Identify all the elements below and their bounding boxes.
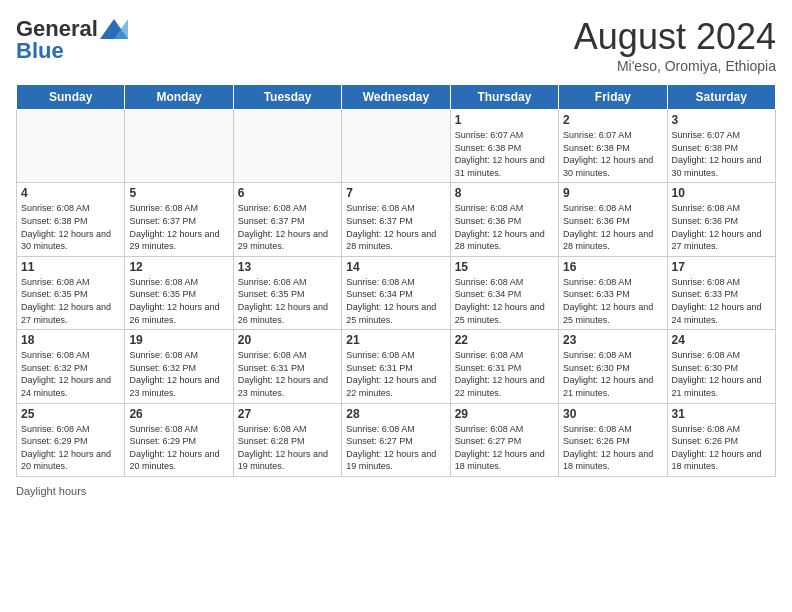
calendar-week-row: 18Sunrise: 6:08 AM Sunset: 6:32 PM Dayli… xyxy=(17,330,776,403)
calendar-cell: 25Sunrise: 6:08 AM Sunset: 6:29 PM Dayli… xyxy=(17,403,125,476)
day-number: 5 xyxy=(129,186,228,200)
calendar-header-row: SundayMondayTuesdayWednesdayThursdayFrid… xyxy=(17,85,776,110)
day-info: Sunrise: 6:07 AM Sunset: 6:38 PM Dayligh… xyxy=(672,129,771,179)
day-info: Sunrise: 6:08 AM Sunset: 6:26 PM Dayligh… xyxy=(672,423,771,473)
day-info: Sunrise: 6:08 AM Sunset: 6:36 PM Dayligh… xyxy=(563,202,662,252)
calendar-cell xyxy=(17,110,125,183)
day-number: 20 xyxy=(238,333,337,347)
calendar-cell: 16Sunrise: 6:08 AM Sunset: 6:33 PM Dayli… xyxy=(559,256,667,329)
day-info: Sunrise: 6:08 AM Sunset: 6:31 PM Dayligh… xyxy=(238,349,337,399)
calendar-cell: 9Sunrise: 6:08 AM Sunset: 6:36 PM Daylig… xyxy=(559,183,667,256)
day-number: 31 xyxy=(672,407,771,421)
calendar-cell: 31Sunrise: 6:08 AM Sunset: 6:26 PM Dayli… xyxy=(667,403,775,476)
day-number: 30 xyxy=(563,407,662,421)
day-number: 17 xyxy=(672,260,771,274)
day-info: Sunrise: 6:08 AM Sunset: 6:33 PM Dayligh… xyxy=(672,276,771,326)
calendar-cell: 23Sunrise: 6:08 AM Sunset: 6:30 PM Dayli… xyxy=(559,330,667,403)
calendar-cell: 2Sunrise: 6:07 AM Sunset: 6:38 PM Daylig… xyxy=(559,110,667,183)
calendar-day-header: Saturday xyxy=(667,85,775,110)
day-number: 12 xyxy=(129,260,228,274)
calendar-cell: 14Sunrise: 6:08 AM Sunset: 6:34 PM Dayli… xyxy=(342,256,450,329)
calendar-cell: 8Sunrise: 6:08 AM Sunset: 6:36 PM Daylig… xyxy=(450,183,558,256)
calendar-day-header: Wednesday xyxy=(342,85,450,110)
day-number: 24 xyxy=(672,333,771,347)
day-number: 2 xyxy=(563,113,662,127)
day-number: 19 xyxy=(129,333,228,347)
calendar-cell: 3Sunrise: 6:07 AM Sunset: 6:38 PM Daylig… xyxy=(667,110,775,183)
day-number: 4 xyxy=(21,186,120,200)
calendar-day-header: Thursday xyxy=(450,85,558,110)
day-number: 21 xyxy=(346,333,445,347)
day-info: Sunrise: 6:08 AM Sunset: 6:37 PM Dayligh… xyxy=(129,202,228,252)
calendar-day-header: Tuesday xyxy=(233,85,341,110)
header: General Blue August 2024 Mi'eso, Oromiya… xyxy=(16,16,776,74)
calendar-cell: 27Sunrise: 6:08 AM Sunset: 6:28 PM Dayli… xyxy=(233,403,341,476)
day-info: Sunrise: 6:08 AM Sunset: 6:31 PM Dayligh… xyxy=(455,349,554,399)
calendar-cell: 13Sunrise: 6:08 AM Sunset: 6:35 PM Dayli… xyxy=(233,256,341,329)
calendar-cell: 6Sunrise: 6:08 AM Sunset: 6:37 PM Daylig… xyxy=(233,183,341,256)
calendar-cell xyxy=(342,110,450,183)
location-subtitle: Mi'eso, Oromiya, Ethiopia xyxy=(574,58,776,74)
day-number: 1 xyxy=(455,113,554,127)
calendar-cell: 10Sunrise: 6:08 AM Sunset: 6:36 PM Dayli… xyxy=(667,183,775,256)
day-info: Sunrise: 6:08 AM Sunset: 6:31 PM Dayligh… xyxy=(346,349,445,399)
day-number: 29 xyxy=(455,407,554,421)
calendar-cell: 19Sunrise: 6:08 AM Sunset: 6:32 PM Dayli… xyxy=(125,330,233,403)
day-number: 11 xyxy=(21,260,120,274)
day-info: Sunrise: 6:08 AM Sunset: 6:29 PM Dayligh… xyxy=(21,423,120,473)
calendar-day-header: Friday xyxy=(559,85,667,110)
day-info: Sunrise: 6:07 AM Sunset: 6:38 PM Dayligh… xyxy=(563,129,662,179)
calendar-cell: 24Sunrise: 6:08 AM Sunset: 6:30 PM Dayli… xyxy=(667,330,775,403)
calendar-cell: 18Sunrise: 6:08 AM Sunset: 6:32 PM Dayli… xyxy=(17,330,125,403)
day-info: Sunrise: 6:08 AM Sunset: 6:29 PM Dayligh… xyxy=(129,423,228,473)
calendar-cell: 15Sunrise: 6:08 AM Sunset: 6:34 PM Dayli… xyxy=(450,256,558,329)
day-number: 7 xyxy=(346,186,445,200)
title-block: August 2024 Mi'eso, Oromiya, Ethiopia xyxy=(574,16,776,74)
day-number: 22 xyxy=(455,333,554,347)
calendar-week-row: 1Sunrise: 6:07 AM Sunset: 6:38 PM Daylig… xyxy=(17,110,776,183)
day-info: Sunrise: 6:08 AM Sunset: 6:30 PM Dayligh… xyxy=(563,349,662,399)
calendar-cell: 21Sunrise: 6:08 AM Sunset: 6:31 PM Dayli… xyxy=(342,330,450,403)
calendar-cell: 4Sunrise: 6:08 AM Sunset: 6:38 PM Daylig… xyxy=(17,183,125,256)
calendar-cell: 30Sunrise: 6:08 AM Sunset: 6:26 PM Dayli… xyxy=(559,403,667,476)
day-info: Sunrise: 6:08 AM Sunset: 6:30 PM Dayligh… xyxy=(672,349,771,399)
logo: General Blue xyxy=(16,16,128,64)
day-number: 16 xyxy=(563,260,662,274)
day-info: Sunrise: 6:08 AM Sunset: 6:35 PM Dayligh… xyxy=(21,276,120,326)
calendar-cell: 20Sunrise: 6:08 AM Sunset: 6:31 PM Dayli… xyxy=(233,330,341,403)
day-info: Sunrise: 6:08 AM Sunset: 6:27 PM Dayligh… xyxy=(346,423,445,473)
calendar-cell: 7Sunrise: 6:08 AM Sunset: 6:37 PM Daylig… xyxy=(342,183,450,256)
day-number: 14 xyxy=(346,260,445,274)
calendar-cell xyxy=(125,110,233,183)
calendar-table: SundayMondayTuesdayWednesdayThursdayFrid… xyxy=(16,84,776,477)
calendar-day-header: Sunday xyxy=(17,85,125,110)
logo-blue: Blue xyxy=(16,38,64,64)
day-number: 15 xyxy=(455,260,554,274)
day-number: 10 xyxy=(672,186,771,200)
day-number: 26 xyxy=(129,407,228,421)
calendar-week-row: 4Sunrise: 6:08 AM Sunset: 6:38 PM Daylig… xyxy=(17,183,776,256)
calendar-week-row: 11Sunrise: 6:08 AM Sunset: 6:35 PM Dayli… xyxy=(17,256,776,329)
day-number: 18 xyxy=(21,333,120,347)
day-info: Sunrise: 6:08 AM Sunset: 6:34 PM Dayligh… xyxy=(346,276,445,326)
day-number: 27 xyxy=(238,407,337,421)
day-info: Sunrise: 6:08 AM Sunset: 6:35 PM Dayligh… xyxy=(129,276,228,326)
footer: Daylight hours xyxy=(16,485,776,497)
day-info: Sunrise: 6:08 AM Sunset: 6:35 PM Dayligh… xyxy=(238,276,337,326)
day-number: 6 xyxy=(238,186,337,200)
calendar-cell: 26Sunrise: 6:08 AM Sunset: 6:29 PM Dayli… xyxy=(125,403,233,476)
day-info: Sunrise: 6:08 AM Sunset: 6:32 PM Dayligh… xyxy=(129,349,228,399)
calendar-cell: 29Sunrise: 6:08 AM Sunset: 6:27 PM Dayli… xyxy=(450,403,558,476)
calendar-cell: 22Sunrise: 6:08 AM Sunset: 6:31 PM Dayli… xyxy=(450,330,558,403)
calendar-cell: 17Sunrise: 6:08 AM Sunset: 6:33 PM Dayli… xyxy=(667,256,775,329)
day-info: Sunrise: 6:08 AM Sunset: 6:32 PM Dayligh… xyxy=(21,349,120,399)
day-info: Sunrise: 6:07 AM Sunset: 6:38 PM Dayligh… xyxy=(455,129,554,179)
calendar-cell: 28Sunrise: 6:08 AM Sunset: 6:27 PM Dayli… xyxy=(342,403,450,476)
day-number: 9 xyxy=(563,186,662,200)
calendar-cell: 5Sunrise: 6:08 AM Sunset: 6:37 PM Daylig… xyxy=(125,183,233,256)
month-year-title: August 2024 xyxy=(574,16,776,58)
day-info: Sunrise: 6:08 AM Sunset: 6:33 PM Dayligh… xyxy=(563,276,662,326)
day-number: 8 xyxy=(455,186,554,200)
day-info: Sunrise: 6:08 AM Sunset: 6:26 PM Dayligh… xyxy=(563,423,662,473)
day-info: Sunrise: 6:08 AM Sunset: 6:27 PM Dayligh… xyxy=(455,423,554,473)
